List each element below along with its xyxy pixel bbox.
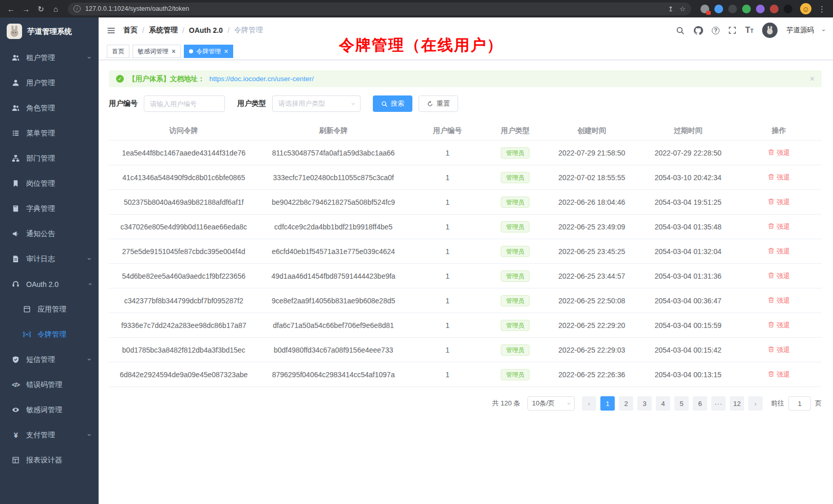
user-type-select[interactable]: 请选择用户类型 › [272,95,361,112]
font-size-icon[interactable]: TT [745,26,753,35]
force-logout-button[interactable]: 强退 [768,272,790,281]
force-logout-button[interactable]: 强退 [768,296,790,305]
table-body: 1ea5e44f8bc1467aaede43144f31de76811c5304… [109,141,822,387]
sidebar-item-oauth2-token[interactable]: 令牌管理 [0,322,99,347]
goto-page-input[interactable] [788,396,811,411]
page-content: ✓ 【用户体系】文档地址： https://doc.iocoder.cn/use… [99,60,833,504]
sidebar-item-sensitive[interactable]: 敏感词管理 [0,397,99,422]
breadcrumb-item[interactable]: OAuth 2.0 [189,26,223,34]
force-logout-button[interactable]: 强退 [768,222,790,231]
more-pages-icon[interactable]: ··· [711,396,726,411]
browser-menu-icon[interactable]: ⋮ [815,2,829,15]
sidebar-item-errcode[interactable]: </>错误码管理 [0,372,99,397]
app-logo[interactable]: 芋道管理系统 [0,17,99,45]
force-logout-button[interactable]: 强退 [768,321,790,330]
sidebar-item-report[interactable]: 报表设计器 [0,448,99,473]
page-button-5[interactable]: 5 [674,396,689,411]
sidebar-item-audit-log[interactable]: 审计日志› [0,246,99,272]
force-logout-button[interactable]: 强退 [768,148,790,158]
force-logout-button[interactable]: 强退 [768,198,790,207]
page-button-3[interactable]: 3 [637,396,652,411]
sidebar-item-user[interactable]: 用户管理 [0,70,99,95]
github-icon[interactable] [693,26,703,35]
force-logout-button[interactable]: 强退 [768,345,790,355]
sidebar-item-dict[interactable]: 字典管理 [0,196,99,221]
home-icon[interactable]: ⌂ [49,2,63,15]
tab-token[interactable]: 令牌管理× [184,45,233,58]
errcode-icon: </> [11,381,20,389]
tab-sensitive-word[interactable]: 敏感词管理× [132,45,181,58]
extension-red-icon[interactable] [770,5,779,13]
next-page-button[interactable]: › [748,396,763,411]
breadcrumb-item[interactable]: 令牌管理 [234,26,263,35]
extension-contrast-icon[interactable] [784,5,792,13]
address-bar-actions: ↥☆ [668,5,686,13]
prev-page-button[interactable]: ‹ [582,396,596,411]
sidebar-item-menu[interactable]: 菜单管理 [0,121,99,146]
force-logout-button[interactable]: 强退 [768,173,790,182]
column-header[interactable]: 用户编号 [408,126,487,135]
sidebar-item-notice[interactable]: 通知公告 [0,221,99,246]
page-button-4[interactable]: 4 [656,396,670,411]
forward-icon[interactable]: → [19,2,33,15]
force-logout-button[interactable]: 强退 [768,247,790,256]
alert-close-icon[interactable]: × [810,74,815,84]
sidebar-item-post[interactable]: 岗位管理 [0,171,99,196]
user-avatar[interactable] [762,23,778,38]
force-logout-button[interactable]: 强退 [768,370,790,379]
cell-access-token: f9336e7c7dd242a283ee98dc86b17a87 [109,321,258,329]
column-header[interactable]: 过期时间 [640,126,736,135]
reset-button[interactable]: 重置 [419,95,458,112]
chevron-down-icon: › [86,258,92,260]
page-button-1[interactable]: 1 [600,396,615,411]
column-header[interactable]: 用户类型 [487,126,544,135]
extension-blue-icon[interactable] [714,5,723,13]
alert-doc-link[interactable]: https://doc.iocoder.cn/user-center/ [210,75,314,83]
user-id-input[interactable] [144,95,225,112]
tab-close-icon[interactable]: × [172,48,176,55]
user-name[interactable]: 芋道源码 [786,26,814,35]
bookmark-star-icon[interactable]: ☆ [679,5,686,13]
user-type-badge: 管理员 [501,147,529,159]
sidebar-item-sms[interactable]: 短信管理› [0,347,99,372]
chevron-down-icon: › [86,434,92,436]
search-button[interactable]: 搜索 [373,95,412,112]
column-header[interactable]: 操作 [736,126,822,135]
cell-actions: 强退 [736,321,822,330]
tab-close-icon[interactable]: × [224,48,228,55]
tab-home[interactable]: 首页 [107,45,129,58]
user-menu-caret-icon[interactable]: › [820,29,827,31]
extension-pinned-icon[interactable] [701,5,709,13]
sidebar-item-tenant[interactable]: 租户管理› [0,45,99,70]
page-button-6[interactable]: 6 [693,396,707,411]
page-size-select[interactable]: 10条/页 › [527,396,575,411]
back-icon[interactable]: ← [4,2,18,15]
reload-icon[interactable]: ↻ [34,2,48,15]
page-info-icon[interactable]: i [73,5,81,12]
column-header[interactable]: 刷新令牌 [258,126,408,135]
sidebar-item-oauth2-app[interactable]: 应用管理 [0,297,99,322]
page-button-12[interactable]: 12 [730,396,744,411]
user-type-placeholder: 请选择用户类型 [278,99,325,108]
column-header[interactable]: 访问令牌 [109,126,258,135]
cell-refresh-token: 9ce8ef2aa9f14056b831ae9b608e28d5 [258,297,408,305]
sidebar-item-pay[interactable]: ¥支付管理› [0,422,99,448]
fullscreen-icon[interactable] [728,26,736,34]
extension-dark-icon[interactable] [728,5,737,13]
column-header[interactable]: 创建时间 [544,126,640,135]
breadcrumb-item[interactable]: 系统管理 [149,26,178,35]
browser-profile-avatar[interactable]: ☺ [800,3,811,14]
extension-green-icon[interactable] [742,5,751,13]
extension-purple-icon[interactable] [756,5,765,13]
sidebar-item-role[interactable]: 角色管理 [0,95,99,121]
sidebar-item-oauth2[interactable]: OAuth 2.0› [0,272,99,297]
sidebar-item-dept[interactable]: 部门管理 [0,146,99,171]
share-icon[interactable]: ↥ [668,5,673,13]
breadcrumb-item[interactable]: 首页 [123,26,138,35]
help-icon[interactable]: ? [712,27,720,34]
page-button-2[interactable]: 2 [619,396,633,411]
sidebar-toggle-icon[interactable] [107,26,116,35]
breadcrumb-separator: / [142,26,144,34]
search-icon[interactable] [676,26,685,35]
address-bar[interactable]: i 127.0.0.1:1024/system/oauth2/token ↥☆ [68,3,691,15]
